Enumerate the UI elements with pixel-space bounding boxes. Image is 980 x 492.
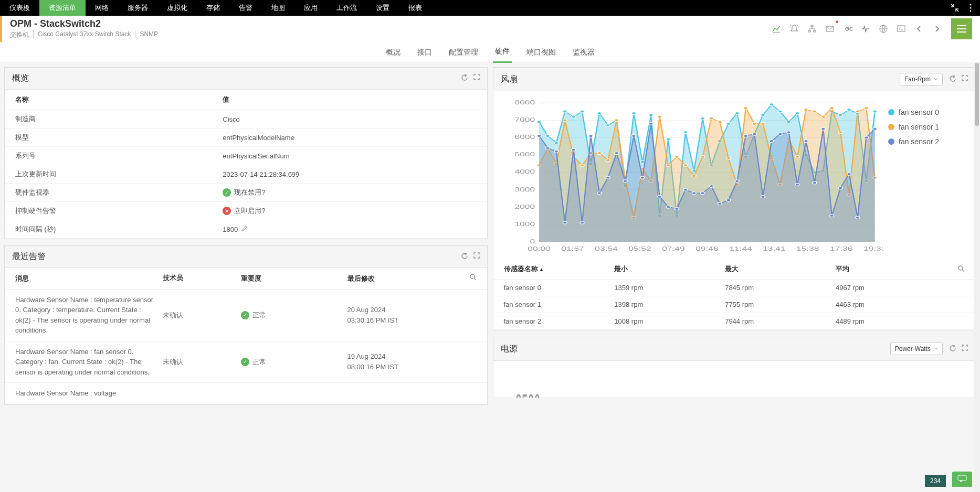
overview-row: 上次更新时间2023-07-14 21:28:34.699 — [5, 165, 487, 184]
svg-point-41 — [554, 142, 558, 144]
search-icon[interactable] — [439, 273, 476, 284]
svg-point-120 — [545, 147, 550, 149]
svg-point-136 — [683, 188, 687, 191]
alarm-bell-icon[interactable] — [786, 21, 802, 37]
topnav-item-5[interactable]: 存储 — [197, 0, 229, 16]
svg-point-98 — [700, 155, 704, 158]
svg-point-78 — [872, 110, 877, 113]
svg-point-134 — [666, 206, 670, 208]
collapse-icon[interactable] — [950, 3, 960, 13]
svg-text:07:49: 07:49 — [662, 245, 684, 252]
topnav-item-9[interactable]: 工作流 — [327, 0, 366, 16]
terminal-icon[interactable] — [893, 21, 909, 37]
pulse-icon[interactable] — [858, 21, 873, 37]
prev-arrow-icon[interactable] — [911, 21, 927, 37]
kebab-menu-icon[interactable] — [965, 3, 976, 13]
svg-text:4000: 4000 — [514, 169, 535, 175]
topnav-item-7[interactable]: 地图 — [262, 0, 294, 16]
topnav-item-3[interactable]: 服务器 — [118, 0, 157, 16]
svg-point-62 — [735, 112, 739, 114]
footer-count-badge[interactable]: 234 — [925, 475, 946, 487]
top-navbar: 仪表板资源清单网络服务器虚拟化存储告警地图应用工作流设置报表 — [0, 0, 980, 16]
refresh-icon[interactable] — [461, 74, 468, 83]
svg-point-110 — [804, 109, 808, 111]
svg-point-123 — [571, 148, 575, 151]
topnav-item-0[interactable]: 仪表板 — [0, 0, 39, 16]
subtab-2[interactable]: 配置管理 — [447, 42, 480, 62]
svg-point-51 — [640, 161, 644, 163]
chart-line-icon[interactable] — [768, 21, 784, 37]
subtab-0[interactable]: 概况 — [384, 42, 403, 62]
svg-point-154 — [838, 187, 842, 189]
sensor-head-name[interactable]: 传感器名称▲ — [504, 264, 615, 274]
topnav-item-6[interactable]: 告警 — [229, 0, 262, 16]
power-metric-selector[interactable]: Power-Watts — [890, 343, 943, 355]
svg-point-141 — [726, 199, 730, 201]
next-arrow-icon[interactable] — [929, 21, 945, 37]
topnav-item-11[interactable]: 报表 — [399, 0, 431, 16]
svg-point-129 — [623, 180, 627, 183]
sensor-head-min[interactable]: 最小 — [614, 264, 725, 274]
svg-point-155 — [847, 173, 851, 175]
alarm-row[interactable]: Hardware Sensor Name : temperature senso… — [5, 290, 487, 341]
sensor-head-avg[interactable]: 平均 — [836, 264, 957, 274]
chevron-down-icon — [934, 78, 938, 81]
mail-icon[interactable] — [822, 21, 838, 37]
svg-point-112 — [821, 115, 825, 118]
legend-item[interactable]: fan sensor 1 — [888, 123, 962, 131]
refresh-icon[interactable] — [949, 345, 956, 354]
svg-point-144 — [752, 133, 756, 135]
svg-point-133 — [657, 195, 661, 198]
edit-icon[interactable] — [241, 225, 248, 233]
sensor-row[interactable]: fan sensor 21008 rpm7944 rpm4489 rpm — [493, 313, 976, 330]
network-tree-icon[interactable] — [804, 21, 820, 37]
device-subtabs: 概况接口配置管理硬件端口视图监视器 — [0, 42, 980, 63]
subtab-3[interactable]: 硬件 — [493, 41, 512, 63]
refresh-icon[interactable] — [949, 75, 956, 84]
svg-text:13:41: 13:41 — [763, 245, 785, 252]
sensor-head-max[interactable]: 最大 — [725, 264, 836, 274]
svg-text:3000: 3000 — [514, 186, 535, 192]
refresh-icon[interactable] — [461, 252, 468, 261]
svg-point-116 — [855, 110, 859, 113]
expand-icon[interactable] — [473, 252, 480, 261]
expand-icon[interactable] — [962, 345, 968, 354]
svg-point-101 — [726, 157, 730, 160]
topnav-item-8[interactable]: 应用 — [294, 0, 327, 16]
scrollbar[interactable] — [974, 63, 980, 492]
topnav-item-1[interactable]: 资源清单 — [39, 0, 86, 16]
legend-item[interactable]: fan sensor 2 — [888, 137, 962, 146]
topnav-item-4[interactable]: 虚拟化 — [157, 0, 197, 16]
fan-panel: 风扇 Fan-Rpm 01000200030004000500060007000… — [493, 67, 976, 330]
subtab-1[interactable]: 接口 — [415, 42, 434, 62]
topnav-item-2[interactable]: 网络 — [86, 0, 118, 16]
fan-metric-selector[interactable]: Fan-Rpm — [900, 73, 943, 85]
hamburger-menu-button[interactable] — [951, 18, 972, 39]
svg-text:1000: 1000 — [514, 221, 535, 227]
topnav-item-10[interactable]: 设置 — [366, 0, 399, 16]
status-error-icon: ✕ — [223, 207, 231, 215]
search-icon[interactable] — [957, 265, 965, 274]
svg-point-135 — [675, 208, 679, 210]
overview-head-value: 值 — [223, 95, 476, 104]
sensor-row[interactable]: fan sensor 11398 rpm7755 rpm4463 rpm — [493, 296, 976, 313]
globe-icon[interactable] — [876, 21, 891, 37]
chevron-down-icon — [934, 347, 938, 350]
subtab-4[interactable]: 端口视图 — [524, 42, 558, 62]
svg-rect-5 — [814, 30, 816, 32]
svg-text:0: 0 — [530, 238, 535, 244]
overview-row: 制造商Cisco — [5, 110, 487, 129]
svg-point-152 — [821, 127, 825, 130]
alarm-row[interactable]: Hardware Sensor Name : fan sensor 0. Cat… — [5, 341, 487, 383]
svg-point-86 — [597, 152, 601, 155]
svg-point-128 — [614, 152, 618, 155]
expand-icon[interactable] — [473, 74, 480, 83]
expand-icon[interactable] — [962, 75, 968, 84]
alarm-row[interactable]: Hardware Sensor Name : voltage — [5, 383, 487, 404]
legend-item[interactable]: fan sensor 0 — [888, 108, 962, 116]
footer-chat-button[interactable] — [952, 472, 972, 487]
power-title: 电源 — [501, 344, 518, 355]
sensor-row[interactable]: fan sensor 01359 rpm7845 rpm4967 rpm — [493, 280, 976, 296]
link-chain-icon[interactable] — [840, 21, 856, 37]
subtab-5[interactable]: 监视器 — [571, 42, 597, 62]
